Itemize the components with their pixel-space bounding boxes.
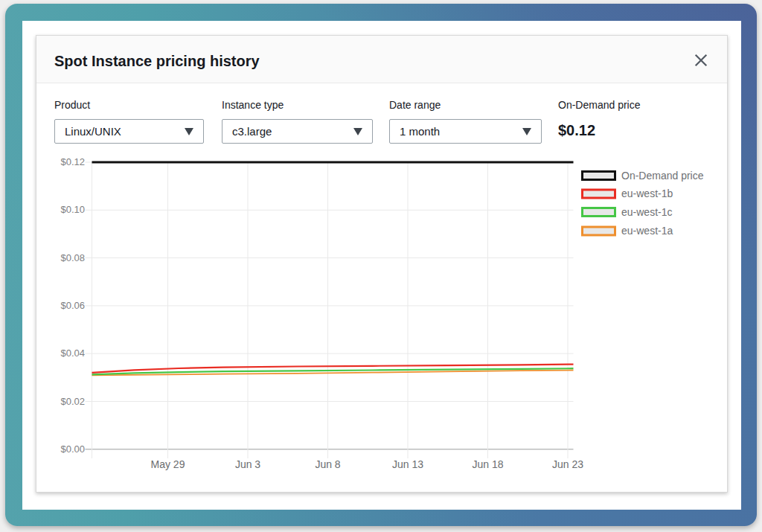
svg-text:Jun 3: Jun 3 [235,458,260,470]
svg-text:$0.00: $0.00 [60,443,85,455]
svg-text:Jun 8: Jun 8 [315,458,340,470]
svg-text:$0.12: $0.12 [60,156,85,167]
svg-text:eu-west-1c: eu-west-1c [621,206,672,218]
svg-text:$0.06: $0.06 [60,300,85,311]
svg-text:Jun 18: Jun 18 [472,458,503,470]
svg-text:eu-west-1b: eu-west-1b [621,188,673,199]
svg-text:eu-west-1a: eu-west-1a [621,225,673,237]
svg-text:May 29: May 29 [151,458,185,470]
svg-text:$0.04: $0.04 [60,347,85,359]
svg-text:Jun 23: Jun 23 [552,458,583,470]
svg-text:$0.08: $0.08 [60,252,85,263]
svg-text:Jun 13: Jun 13 [392,458,423,470]
svg-text:$0.10: $0.10 [60,204,85,215]
svg-text:On-Demand price: On-Demand price [621,170,704,182]
svg-text:$0.02: $0.02 [60,396,85,407]
